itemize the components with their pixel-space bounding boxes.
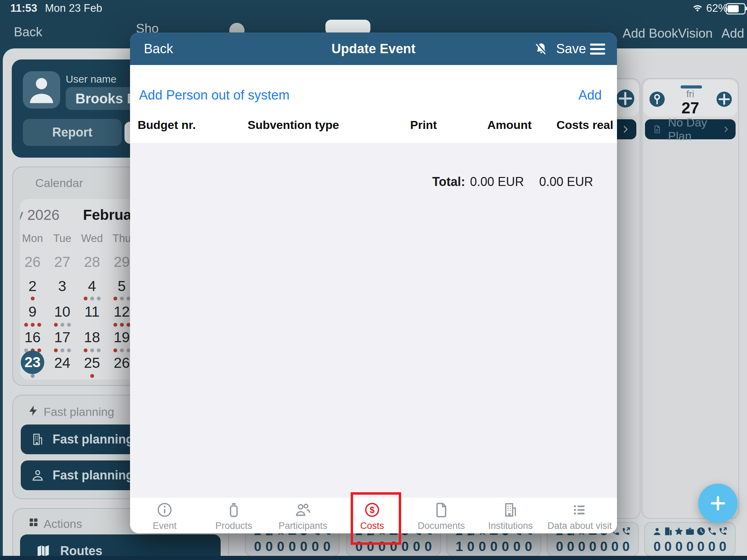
- tab-label: Institutions: [488, 521, 533, 531]
- costs-highlight-box: [351, 492, 401, 545]
- stat-value: 0: [512, 539, 522, 554]
- wifi-icon: [692, 3, 703, 13]
- tab-participants[interactable]: Participants: [268, 498, 338, 533]
- phone-icon: [707, 526, 717, 536]
- status-time: 11:53: [10, 2, 37, 15]
- col-subvention-type: Subvention type: [248, 118, 339, 132]
- total-costs-real: 0.00 EUR: [524, 175, 593, 189]
- calendar-day-4[interactable]: 4: [77, 278, 107, 295]
- col-costs-real: Costs real: [556, 118, 613, 132]
- fab-add-button[interactable]: [698, 484, 738, 523]
- app-back-button[interactable]: Back: [14, 25, 42, 39]
- report-button[interactable]: Report: [23, 119, 122, 146]
- calendar-title: Calendar: [35, 176, 83, 190]
- tab-label: Documents: [418, 521, 465, 531]
- modal-header: Back Update Event Save: [130, 32, 617, 65]
- stat-value: 0: [674, 539, 684, 554]
- calendar-day-25[interactable]: 25: [77, 355, 107, 371]
- calendar-day-dots: [20, 374, 47, 378]
- calendar-day-17[interactable]: 17: [47, 329, 77, 346]
- stat-value: 0: [322, 539, 332, 554]
- building-icon: [663, 526, 673, 536]
- plus-icon: [708, 494, 728, 513]
- person-icon: [30, 468, 45, 483]
- add-cost-link[interactable]: Add: [578, 88, 602, 103]
- notifications-off-icon[interactable]: [534, 41, 548, 57]
- calendar-day-27[interactable]: 27: [47, 254, 77, 270]
- phone-outgoing-icon: [718, 526, 728, 536]
- tab-data-about-visit[interactable]: Data about visit: [545, 498, 614, 533]
- stat-value: 0: [707, 539, 717, 554]
- calendar-day-23[interactable]: 23: [21, 351, 44, 374]
- save-button[interactable]: Save: [556, 41, 586, 56]
- stat-value: 0: [252, 539, 263, 554]
- stat-value: 0: [489, 539, 499, 554]
- day-card-header: fri 27: [643, 80, 737, 116]
- calendar-day-dots: [77, 374, 107, 378]
- user-avatar-icon: [23, 71, 60, 109]
- battery-icon: [726, 3, 746, 15]
- briefcase-icon: [685, 526, 695, 536]
- stat-value: 1: [454, 539, 464, 554]
- calendar-day-3[interactable]: 3: [47, 278, 77, 295]
- drag-handle[interactable]: [681, 85, 702, 88]
- tab-documents[interactable]: Documents: [407, 498, 476, 533]
- stat-value: 0: [588, 539, 598, 554]
- tab-institutions[interactable]: Institutions: [476, 498, 545, 533]
- calendar-day-24[interactable]: 24: [47, 355, 77, 371]
- calendar-day-10[interactable]: 10: [47, 304, 77, 320]
- tab-event[interactable]: Event: [130, 498, 199, 533]
- calendar-day-28[interactable]: 28: [77, 254, 107, 270]
- add-bookvision-button[interactable]: Add BookVision: [622, 26, 713, 41]
- status-date: Mon 23 Feb: [45, 2, 102, 15]
- user-name-label: User name: [66, 73, 117, 85]
- menu-icon[interactable]: [590, 44, 605, 55]
- calendar-day-11[interactable]: 11: [77, 304, 107, 320]
- stat-value: 0: [718, 539, 728, 554]
- info-icon: [156, 501, 173, 519]
- stat-value: 0: [298, 539, 309, 554]
- stat-value: 0: [685, 539, 695, 554]
- stat-value: 0: [523, 539, 534, 554]
- bolt-icon: [27, 404, 39, 417]
- document-lines-icon: [653, 124, 662, 135]
- chevron-right-icon: [621, 125, 630, 134]
- calendar-day-dots: [20, 323, 47, 327]
- stat-value: 0: [310, 539, 321, 554]
- institution-icon: [502, 501, 519, 519]
- calendar-day-16[interactable]: 16: [20, 329, 47, 346]
- stat-value: 0: [652, 539, 662, 554]
- col-budget-nr: Budget nr.: [138, 118, 196, 132]
- day-card-daynum: 27: [643, 99, 737, 117]
- tab-products[interactable]: Products: [199, 498, 268, 533]
- calendar-day-26[interactable]: 26: [20, 254, 47, 270]
- stat-value: 0: [599, 539, 609, 554]
- fast-planning-title: Fast planning: [44, 405, 114, 419]
- stat-value: 0: [423, 539, 433, 554]
- grid-icon: [28, 516, 39, 528]
- calendar-day-9[interactable]: 9: [20, 304, 47, 320]
- stat-value: 0: [621, 539, 631, 554]
- stat-value: 0: [663, 539, 673, 554]
- jar-icon: [225, 501, 242, 519]
- stat-value: 0: [565, 539, 576, 554]
- calendar-day-dots: [77, 348, 107, 352]
- tab-label: Event: [153, 521, 176, 531]
- no-day-plan-label: No Day Plan: [668, 116, 722, 143]
- add-button[interactable]: Add: [721, 26, 744, 41]
- chevron-right-icon: [722, 125, 730, 134]
- person-icon: [652, 526, 662, 536]
- app-root: 11:53 Mon 23 Feb 62% Back Add BookVision…: [0, 0, 747, 560]
- update-event-modal: Back Update Event Save Add Person out of…: [130, 32, 617, 533]
- no-day-plan-button[interactable]: No Day Plan: [645, 119, 736, 139]
- calendar-day-18[interactable]: 18: [77, 329, 107, 346]
- calendar-day-dots: [77, 297, 107, 300]
- add-event-icon[interactable]: [616, 90, 634, 108]
- tab-label: Products: [215, 521, 252, 531]
- stat-value: 0: [276, 539, 286, 554]
- stat-value: 0: [696, 539, 706, 554]
- calendar-day-2[interactable]: 2: [20, 278, 47, 295]
- add-person-link[interactable]: Add Person out of system: [139, 88, 289, 103]
- calendar-day-dots: [47, 323, 77, 327]
- stat-value: 0: [500, 539, 510, 554]
